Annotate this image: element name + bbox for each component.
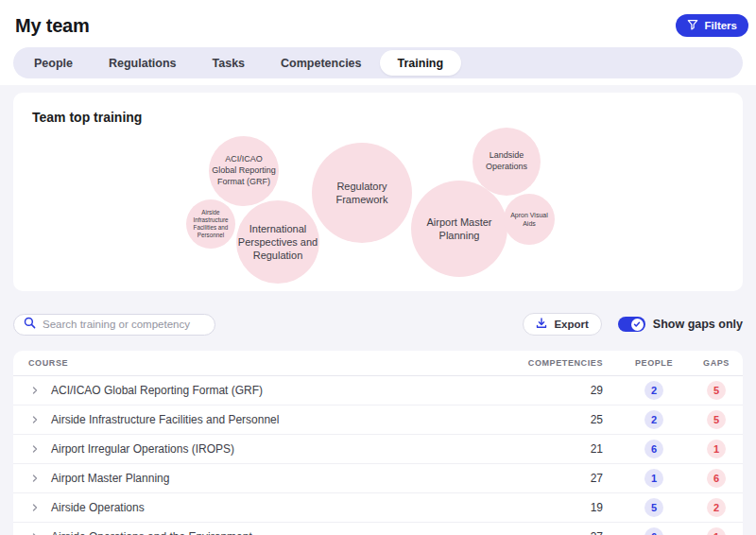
course-name: Airport Master Planning (51, 472, 169, 485)
show-gaps-label: Show gaps only (653, 318, 743, 331)
tab-bar: People Regulations Tasks Competencies Tr… (13, 47, 743, 78)
tab-label: Competencies (281, 57, 361, 70)
show-gaps-control: Show gaps only (618, 317, 743, 332)
column-header-gaps: GAPS (690, 358, 743, 368)
tab-label: Training (398, 57, 444, 70)
table-row[interactable]: Airside Operations and the Environment 3… (13, 523, 743, 535)
search-input[interactable] (43, 319, 205, 330)
training-table-card: COURSE COMPETENCIES PEOPLE GAPS ACI/ICAO… (13, 351, 743, 535)
gaps-badge: 2 (707, 498, 726, 517)
competencies-count: 21 (486, 442, 618, 456)
course-name: Airside Operations and the Environment (51, 530, 252, 535)
chevron-right-icon[interactable] (28, 472, 42, 485)
people-badge: 1 (644, 469, 663, 488)
tab-people[interactable]: People (16, 50, 91, 76)
tab-tasks[interactable]: Tasks (195, 50, 264, 76)
content-area: ACI/ICAO Global Reporting Format (GRF) R… (0, 85, 756, 535)
tab-competencies[interactable]: Competencies (263, 50, 379, 76)
team-top-training-card: ACI/ICAO Global Reporting Format (GRF) R… (13, 93, 743, 291)
export-button[interactable]: Export (523, 313, 601, 336)
people-badge: 6 (644, 440, 663, 458)
chevron-right-icon[interactable] (28, 384, 42, 397)
course-name: Airside Operations (51, 501, 145, 514)
people-badge: 2 (644, 381, 663, 400)
tab-training[interactable]: Training (380, 50, 462, 76)
people-badge: 2 (644, 410, 663, 429)
gaps-badge: 1 (707, 527, 726, 535)
training-bubble[interactable]: Airport Master Planning (411, 181, 507, 277)
training-bubble[interactable]: Apron Visual Aids (504, 194, 555, 245)
header: My team Filters (0, 0, 756, 47)
toolbar-right: Export Show gaps only (523, 313, 743, 336)
show-gaps-toggle[interactable] (618, 317, 645, 332)
gaps-badge: 5 (707, 381, 726, 400)
competencies-count: 25 (486, 413, 618, 426)
filters-button[interactable]: Filters (676, 14, 748, 37)
competencies-count: 37 (486, 530, 618, 535)
tab-label: Regulations (109, 57, 177, 70)
course-name: Airport Irregular Operations (IROPS) (51, 442, 234, 456)
toggle-knob (631, 319, 644, 331)
training-bubble[interactable]: International Perspectives and Regulatio… (236, 200, 319, 284)
download-icon (536, 318, 547, 331)
people-badge: 5 (644, 498, 663, 517)
chevron-right-icon[interactable] (28, 442, 42, 456)
people-badge: 6 (644, 527, 663, 535)
check-icon (633, 320, 641, 328)
chart-title: Team top training (32, 110, 142, 125)
chevron-right-icon[interactable] (28, 501, 42, 514)
page-title: My team (15, 15, 90, 37)
table-row[interactable]: Airport Master Planning 27 1 6 (13, 464, 743, 493)
chevron-right-icon[interactable] (28, 413, 42, 426)
tab-label: Tasks (213, 57, 246, 70)
table-header-row: COURSE COMPETENCIES PEOPLE GAPS (13, 351, 743, 376)
tab-label: People (34, 57, 73, 70)
competencies-count: 27 (486, 472, 618, 485)
gaps-badge: 6 (707, 469, 726, 488)
search-box[interactable] (13, 314, 215, 336)
competencies-count: 19 (486, 501, 618, 514)
column-header-competencies: COMPETENCIES (486, 358, 618, 368)
training-bubble[interactable]: Landside Operations (472, 128, 541, 196)
table-row[interactable]: Airside Infrastructure Facilities and Pe… (13, 406, 743, 435)
tab-regulations[interactable]: Regulations (91, 50, 195, 76)
gaps-badge: 1 (707, 440, 726, 458)
filters-button-label: Filters (704, 20, 737, 31)
page: My team Filters People Regulations Tasks… (0, 0, 756, 535)
training-bubble[interactable]: ACI/ICAO Global Reporting Format (GRF) (209, 136, 279, 206)
export-button-label: Export (554, 319, 588, 330)
table-row[interactable]: Airside Operations 19 5 2 (13, 493, 743, 523)
table-body: ACI/ICAO Global Reporting Format (GRF) 2… (13, 376, 743, 535)
column-header-course: COURSE (28, 358, 486, 368)
training-bubble[interactable]: Regulatory Framework (312, 143, 412, 243)
competencies-count: 29 (486, 384, 618, 397)
chevron-right-icon[interactable] (28, 530, 42, 535)
table-row[interactable]: Airport Irregular Operations (IROPS) 21 … (13, 435, 743, 464)
column-header-people: PEOPLE (618, 358, 690, 368)
training-bubble[interactable]: Airside Infrastructure Facilities and Pe… (186, 199, 235, 249)
gaps-badge: 5 (707, 410, 726, 429)
course-name: ACI/ICAO Global Reporting Format (GRF) (51, 384, 263, 397)
search-icon (24, 316, 36, 333)
course-name: Airside Infrastructure Facilities and Pe… (51, 413, 279, 426)
funnel-icon (687, 19, 698, 32)
table-row[interactable]: ACI/ICAO Global Reporting Format (GRF) 2… (13, 376, 743, 406)
toolbar: Export Show gaps only (13, 313, 743, 336)
